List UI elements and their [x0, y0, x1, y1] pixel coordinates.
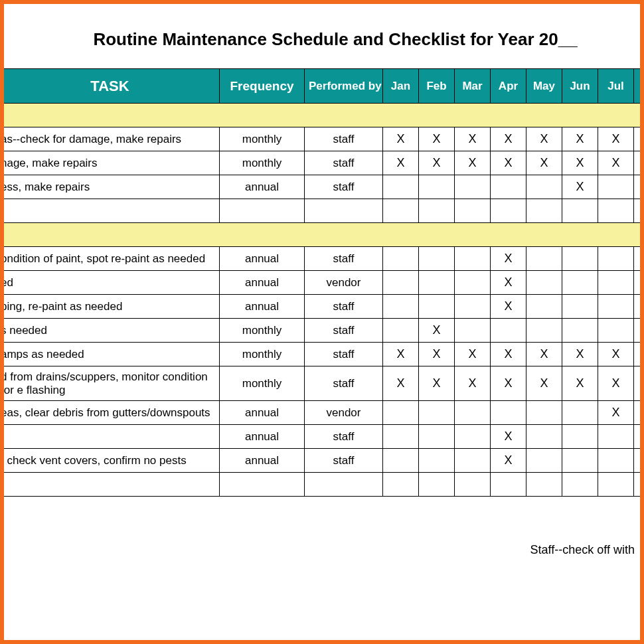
- divider-cell: [1, 223, 645, 247]
- cell-month: [383, 425, 419, 449]
- cell-month: X: [455, 366, 491, 401]
- cell-cut: [634, 343, 645, 366]
- cell-month: X: [491, 247, 526, 271]
- cell-performed-by: vendor: [305, 401, 383, 425]
- cell-month: X: [526, 343, 562, 366]
- cell-month: X: [419, 127, 455, 151]
- cell-month: X: [491, 425, 526, 449]
- cell-frequency: monthly: [220, 127, 305, 151]
- cell-month: X: [383, 343, 419, 366]
- table-row: , check vent covers, confirm no pestsann…: [1, 449, 645, 473]
- table-row: nage, make repairsmonthlystaffXXXXXXX: [1, 151, 645, 175]
- cell-month: [455, 271, 491, 295]
- cell-month: [383, 319, 419, 343]
- cell-month: X: [383, 151, 419, 175]
- cell-month: [526, 473, 562, 497]
- cell-frequency: monthly: [220, 343, 305, 366]
- cell-frequency: annual: [220, 401, 305, 425]
- table-row: edannualvendorX: [1, 271, 645, 295]
- page-title: Routine Maintenance Schedule and Checkli…: [4, 29, 640, 50]
- cell-month: X: [562, 343, 598, 366]
- cell-performed-by: [305, 199, 383, 223]
- cell-frequency: monthly: [220, 366, 305, 401]
- cell-month: [419, 247, 455, 271]
- cell-month: [526, 319, 562, 343]
- cell-month: [526, 199, 562, 223]
- cell-month: [455, 449, 491, 473]
- cell-month: X: [491, 295, 526, 319]
- header-cut: [634, 69, 645, 104]
- cell-month: [598, 295, 634, 319]
- cell-month: [526, 401, 562, 425]
- cell-month: [562, 473, 598, 497]
- cell-month: [455, 425, 491, 449]
- header-jan: Jan: [383, 69, 419, 104]
- cell-month: [562, 401, 598, 425]
- cell-performed-by: staff: [305, 151, 383, 175]
- cell-month: [383, 295, 419, 319]
- table-row: ondition of paint, spot re-paint as need…: [1, 247, 645, 271]
- cell-frequency: [220, 199, 305, 223]
- header-performed-by: Performed by: [305, 69, 383, 104]
- cell-month: [491, 199, 526, 223]
- cell-month: [562, 271, 598, 295]
- section-divider: [1, 223, 645, 247]
- cell-month: [419, 449, 455, 473]
- cell-frequency: monthly: [220, 319, 305, 343]
- cell-month: [562, 319, 598, 343]
- divider-cell: [1, 104, 645, 127]
- cell-performed-by: staff: [305, 247, 383, 271]
- cell-month: X: [491, 127, 526, 151]
- cell-month: [383, 271, 419, 295]
- cell-month: X: [383, 366, 419, 401]
- cell-cut: [634, 449, 645, 473]
- cell-performed-by: staff: [305, 449, 383, 473]
- cell-cut: [634, 425, 645, 449]
- cell-month: [491, 473, 526, 497]
- cell-month: [455, 473, 491, 497]
- cell-month: X: [526, 151, 562, 175]
- cell-month: X: [491, 343, 526, 366]
- cell-month: [526, 425, 562, 449]
- table-row: [1, 199, 645, 223]
- cell-month: [419, 199, 455, 223]
- cell-frequency: annual: [220, 449, 305, 473]
- cell-month: X: [419, 319, 455, 343]
- cell-month: X: [455, 343, 491, 366]
- cell-cut: [634, 295, 645, 319]
- cell-month: X: [455, 151, 491, 175]
- section-divider: [1, 104, 645, 127]
- table-row: annualstaffX: [1, 425, 645, 449]
- cell-month: X: [598, 366, 634, 401]
- cell-performed-by: [305, 473, 383, 497]
- cell-month: [455, 247, 491, 271]
- cell-month: X: [419, 366, 455, 401]
- cell-month: X: [526, 127, 562, 151]
- cell-month: [491, 319, 526, 343]
- table-row: ping, re-paint as neededannualstaffX: [1, 295, 645, 319]
- cell-task: , check vent covers, confirm no pests: [1, 449, 220, 473]
- header-apr: Apr: [491, 69, 526, 104]
- table-body: as--check for damage, make repairsmonthl…: [1, 104, 645, 497]
- table-row: as--check for damage, make repairsmonthl…: [1, 127, 645, 151]
- cell-month: [562, 425, 598, 449]
- cell-month: [419, 473, 455, 497]
- cell-month: X: [562, 175, 598, 199]
- cell-month: [598, 175, 634, 199]
- cell-month: [598, 319, 634, 343]
- cell-month: X: [526, 366, 562, 401]
- header-jun: Jun: [562, 69, 598, 104]
- cell-task: ess, make repairs: [1, 175, 220, 199]
- cell-month: [419, 425, 455, 449]
- cell-task: nage, make repairs: [1, 151, 220, 175]
- cell-month: [419, 175, 455, 199]
- cell-month: X: [562, 127, 598, 151]
- cell-month: [562, 449, 598, 473]
- cell-performed-by: staff: [305, 425, 383, 449]
- cell-month: [562, 247, 598, 271]
- cell-month: [598, 425, 634, 449]
- cell-frequency: annual: [220, 295, 305, 319]
- cell-month: [455, 199, 491, 223]
- header-task: TASK: [1, 69, 220, 104]
- cell-frequency: annual: [220, 175, 305, 199]
